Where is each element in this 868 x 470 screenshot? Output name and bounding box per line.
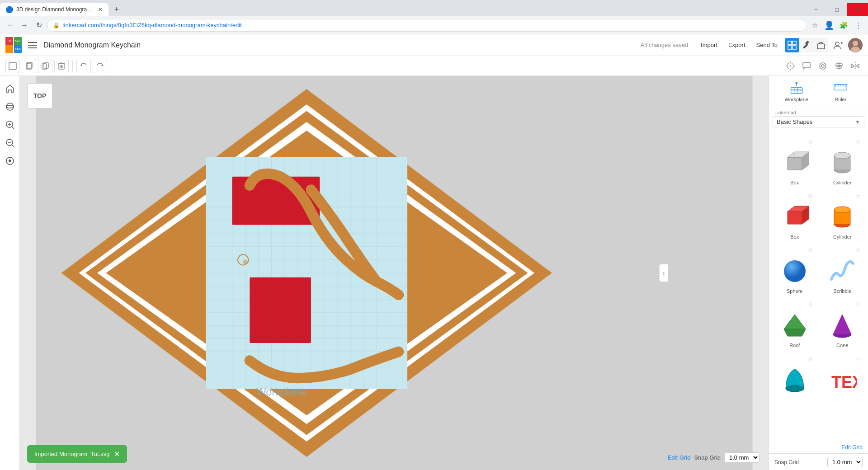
shape-item-roof-green[interactable]: ☆ Roof (773, 299, 817, 350)
tab-favicon: 🔵 (5, 6, 13, 13)
shape-item-scribble[interactable]: ☆ Scribble (821, 245, 865, 296)
shape-dropdown-label: Basic Shapes (777, 118, 813, 125)
hamburger-menu-button[interactable] (25, 38, 40, 52)
favorite-star-icon[interactable]: ☆ (855, 301, 863, 308)
shape-item-cylinder-orange[interactable]: ☆ Cylinder (821, 191, 865, 241)
add-user-button[interactable] (830, 37, 846, 53)
comment-button[interactable] (799, 59, 814, 73)
shape-icon-roof-green (779, 310, 810, 341)
delete-button[interactable] (54, 59, 69, 73)
user-avatar[interactable] (848, 38, 863, 52)
active-tab[interactable]: 🔵 3D design Diamond Monogram ... ✕ (0, 3, 108, 16)
svg-rect-16 (9, 62, 16, 70)
favorite-star-icon[interactable]: ☆ (808, 301, 815, 308)
svg-point-100 (243, 260, 248, 264)
profile-icon[interactable]: 👤 (823, 19, 835, 32)
tinkercad-logo[interactable]: TIN KER CAD (5, 37, 22, 53)
zoom-out-button[interactable] (3, 136, 17, 150)
shape-icon-text: TEXT (827, 364, 858, 395)
workplane-button[interactable]: Workplane (774, 76, 819, 105)
workplane-label: Workplane (785, 97, 808, 102)
grid-view-button[interactable] (785, 38, 799, 52)
svg-text:Workplane: Workplane (256, 386, 307, 398)
align-button[interactable] (832, 59, 846, 73)
minimize-button[interactable]: − (806, 3, 826, 16)
hammer-button[interactable] (799, 38, 814, 52)
export-button[interactable]: Export (723, 39, 751, 51)
design-canvas[interactable]: Workplane (20, 76, 769, 470)
shape-item-paraboloid[interactable]: ☆ (773, 353, 817, 399)
dropdown-arrow-icon: ▼ (855, 119, 860, 125)
reload-button[interactable]: ↻ (33, 19, 45, 32)
zoom-in-button[interactable] (3, 118, 17, 132)
favorite-star-icon[interactable]: ☆ (855, 193, 863, 200)
svg-point-29 (790, 65, 791, 66)
toolbar-separator-1 (72, 61, 73, 71)
forward-button[interactable]: → (18, 19, 31, 32)
home-view-button[interactable] (3, 81, 17, 96)
shape-item-cone-purple[interactable]: ☆ Cone (821, 299, 865, 350)
orbit-button[interactable] (3, 99, 17, 114)
shape-label-cone-purple: Cone (836, 343, 848, 348)
favorite-star-icon[interactable]: ☆ (855, 355, 863, 362)
svg-rect-102 (791, 88, 802, 93)
extensions-button[interactable]: 🧩 (837, 19, 850, 32)
shape-item-box-red[interactable]: ☆ Box (773, 191, 817, 241)
grid-toggle-button[interactable] (783, 59, 797, 73)
undo-button[interactable] (76, 59, 91, 73)
copy-button[interactable] (22, 59, 36, 73)
measure-button[interactable] (816, 59, 830, 73)
shape-category-dropdown[interactable]: Basic Shapes ▼ (773, 116, 864, 127)
favorite-star-icon[interactable]: ☆ (855, 247, 863, 254)
svg-point-46 (6, 105, 14, 108)
viewport[interactable]: Workplane TOP Imported Monogram_Tut.svg … (20, 76, 769, 470)
svg-marker-134 (833, 315, 851, 334)
mirror-button[interactable] (848, 59, 863, 73)
briefcase-button[interactable] (814, 38, 828, 52)
tab-close-button[interactable]: ✕ (98, 6, 103, 13)
import-notification: Imported Monogram_Tut.svg ✕ (27, 445, 127, 463)
logo-cad: CAD (14, 45, 22, 53)
panel-toggle-button[interactable]: › (659, 264, 668, 282)
ruler-button[interactable]: Ruler (819, 76, 863, 105)
shape-label-roof-green: Roof (789, 343, 800, 348)
fit-view-button[interactable] (3, 154, 17, 168)
snap-grid-bar: Edit Grid Snap Grid 1.0 mm 0.5 mm 0.1 mm (668, 452, 760, 463)
redo-button[interactable] (93, 59, 107, 73)
svg-rect-6 (793, 46, 796, 49)
snap-grid-select-right[interactable]: 1.0 mm 0.5 mm 0.1 mm (827, 457, 863, 467)
favorite-star-icon[interactable]: ☆ (808, 138, 815, 146)
action-buttons-group: Import Export Send To (695, 39, 783, 51)
shape-item-text[interactable]: ☆ TEXT (821, 353, 865, 399)
shape-icon-cylinder-gray (827, 147, 858, 178)
svg-point-45 (6, 103, 14, 110)
shape-item-cylinder-gray[interactable]: ☆ Cylinder (821, 136, 865, 187)
svg-rect-9 (817, 44, 825, 49)
maximize-button[interactable]: □ (826, 3, 847, 16)
notification-close-button[interactable]: ✕ (114, 450, 120, 458)
snap-grid-select[interactable]: 1.0 mm 0.5 mm 0.1 mm (724, 452, 760, 463)
favorite-star-icon[interactable]: ☆ (808, 193, 815, 200)
edit-grid-label[interactable]: Edit Grid (668, 454, 691, 461)
new-tab-button[interactable]: + (110, 3, 123, 16)
bookmark-button[interactable]: ☆ (808, 19, 821, 32)
address-bar[interactable]: 🔒 tinkercad.com/things/0qfo3ElZ6kq-diamo… (47, 19, 807, 32)
select-tool-button[interactable] (5, 59, 20, 73)
svg-rect-1 (28, 45, 37, 46)
shape-item-box-gray[interactable]: ☆ Box (773, 136, 817, 187)
edit-grid-button[interactable]: Edit Grid (769, 442, 868, 454)
lock-icon: 🔒 (53, 22, 60, 28)
favorite-star-icon[interactable]: ☆ (855, 138, 863, 146)
back-button[interactable]: ← (4, 19, 16, 32)
svg-rect-2 (28, 47, 37, 48)
view-label[interactable]: TOP (27, 83, 52, 108)
shape-item-sphere-blue[interactable]: ☆ (773, 245, 817, 296)
favorite-star-icon[interactable]: ☆ (808, 355, 815, 362)
import-button[interactable]: Import (695, 39, 723, 51)
favorite-star-icon[interactable]: ☆ (808, 247, 815, 254)
more-button[interactable]: ⋮ (852, 19, 864, 32)
shape-icon-sphere-blue (779, 256, 810, 287)
sendto-button[interactable]: Send To (751, 39, 783, 51)
duplicate-button[interactable] (38, 59, 52, 73)
close-button[interactable]: ✕ (847, 3, 868, 16)
